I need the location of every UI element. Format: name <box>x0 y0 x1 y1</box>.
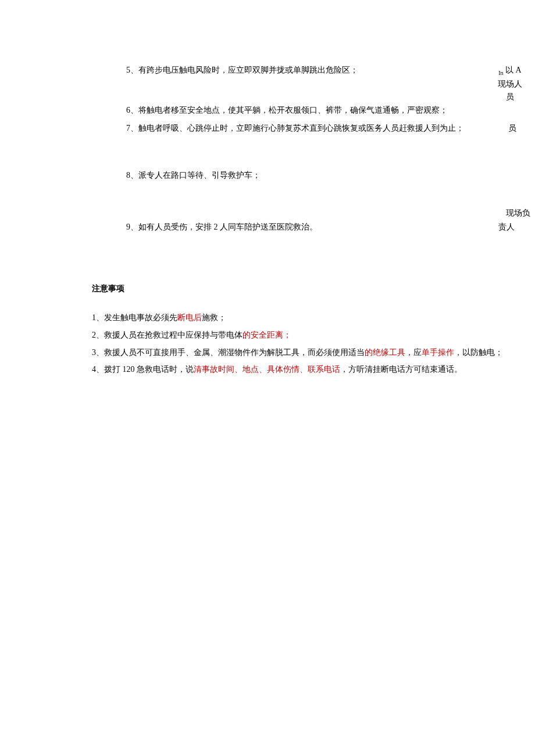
item-number: 9、 <box>126 223 138 231</box>
item-text: 如有人员受伤，安排 2 人同车陪护送至医院救治。 <box>138 223 318 231</box>
notice-item-4: 4、拨打 120 急救电话时，说清事故时间、地点、具体伤情、联系电话，方听清挂断… <box>92 363 529 377</box>
notice-highlight: 的安全距离； <box>242 331 291 339</box>
notice-text: 1、发生触电事故必须先 <box>92 313 177 322</box>
procedure-item-8: 8、派专人在路口等待、引导救护车； <box>126 169 529 181</box>
notice-text: 3、救援人员不可直接用手、金属、潮湿物件作为解脱工具，而必须使用适当 <box>92 348 365 357</box>
side-annotation-9b: 责人 <box>498 221 515 234</box>
notice-text: 施救； <box>202 313 226 322</box>
side-line: 现场人 <box>493 78 527 91</box>
item-number: 7、 <box>126 124 138 132</box>
notice-highlight: 单手操作 <box>422 348 454 357</box>
notice-list: 1、发生触电事故必须先断电后施救； 2、救援人员在抢救过程中应保持与带电体的安全… <box>0 311 535 377</box>
notice-text: ，方听清挂断电话方可结束通话。 <box>340 365 462 374</box>
notice-item-3: 3、救援人员不可直接用手、金属、潮湿物件作为解脱工具，而必须使用适当的绝缘工具，… <box>92 346 529 360</box>
procedure-item-7: 7、触电者呼吸、心跳停止时，立即施行心肺复苏术直到心跳恢复或医务人员赶救援人到为… <box>126 122 529 134</box>
notice-item-2: 2、救援人员在抢救过程中应保持与带电体的安全距离； <box>92 328 529 342</box>
notice-text: ，应 <box>405 348 422 357</box>
item-number: 8、 <box>126 171 138 180</box>
procedure-item-9: 现场负 9、如有人员受伤，安排 2 人同车陪护送至医院救治。 责人 <box>126 221 529 233</box>
side-annotation-7: 员 <box>508 122 516 135</box>
side-line: In 以 A <box>493 64 527 78</box>
notice-highlight: 清事故时间、地点、具体伤情、联系电话 <box>194 365 340 374</box>
item-text: 派专人在路口等待、引导救护车； <box>138 171 261 180</box>
notice-heading: 注意事项 <box>0 282 535 295</box>
notice-item-1: 1、发生触电事故必须先断电后施救； <box>92 311 529 325</box>
item-text: 触电者呼吸、心跳停止时，立即施行心肺复苏术直到心跳恢复或医务人员赶救援人到为止； <box>138 124 464 132</box>
item-number: 5、 <box>126 66 138 74</box>
item-text: 有跨步电压触电风险时，应立即双脚并拢或单脚跳出危险区； <box>138 66 358 74</box>
item-number: 6、 <box>126 106 138 114</box>
procedure-item-5: 5、有跨步电压触电风险时，应立即双脚并拢或单脚跳出危险区； In 以 A 现场人… <box>126 64 529 76</box>
procedure-item-6: 6、将触电者移至安全地点，使其平躺，松开衣服领口、裤带，确保气道通畅，严密观察； <box>126 104 529 116</box>
item-text: 将触电者移至安全地点，使其平躺，松开衣服领口、裤带，确保气道通畅，严密观察； <box>138 106 448 114</box>
side-annotation-5: In 以 A 现场人 员 <box>493 64 527 104</box>
procedure-list: 5、有跨步电压触电风险时，应立即双脚并拢或单脚跳出危险区； In 以 A 现场人… <box>0 64 535 233</box>
side-line: 员 <box>493 91 527 103</box>
notice-highlight: 的绝缘工具 <box>365 348 405 357</box>
side-annotation-9a: 现场负 <box>506 207 530 220</box>
notice-highlight: 断电后 <box>177 313 202 322</box>
notice-text: ，以防触电； <box>454 348 503 357</box>
notice-text: 4、拨打 120 急救电话时，说 <box>92 365 194 374</box>
notice-text: 2、救援人员在抢救过程中应保持与带电体 <box>92 331 242 339</box>
